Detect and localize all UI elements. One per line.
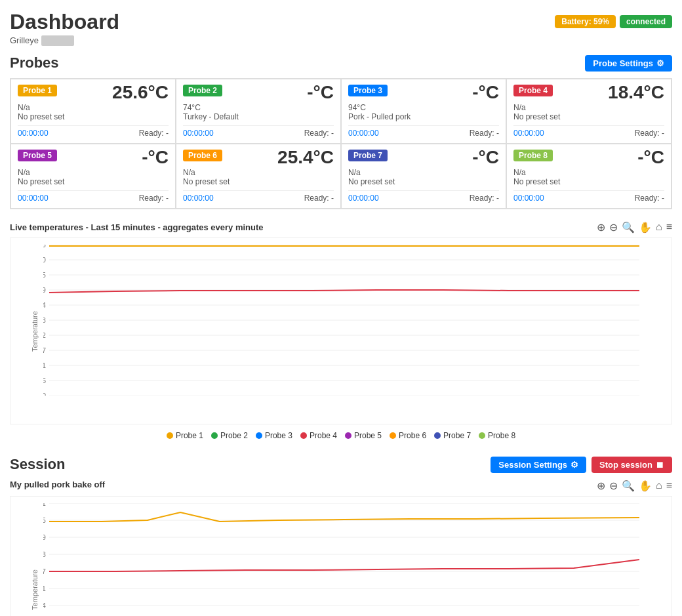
session-chart-title: My pulled pork bake off [10, 480, 105, 489]
probe-ready: Ready: - [139, 129, 169, 138]
probe-card-8[interactable]: Probe 8 -°C N/a No preset set 00:00:00 R… [506, 144, 672, 209]
svg-text:20.5: 20.5 [43, 271, 46, 279]
svg-text:5.1: 5.1 [43, 361, 46, 369]
probe-temp: -°C [142, 147, 169, 168]
probe-ready: Ready: - [470, 194, 499, 203]
home-icon[interactable]: ⌂ [656, 221, 662, 234]
live-chart-svg: 25.6 23.0 20.5 17.9 15.4 12.8 10.2 7.7 5… [43, 245, 645, 396]
probe-line1: 74°C [183, 103, 334, 112]
probe-temp: -°C [472, 147, 499, 168]
probe-card-4[interactable]: Probe 4 18.4°C N/a No preset set 00:00:0… [506, 79, 672, 144]
live-chart-controls[interactable]: ⊕ ⊖ 🔍 ✋ ⌂ ≡ [597, 221, 672, 234]
menu-icon[interactable]: ≡ [666, 221, 672, 234]
legend-item: Probe 2 [211, 431, 248, 440]
svg-text:25.6: 25.6 [43, 245, 46, 249]
home-icon[interactable]: ⌂ [656, 480, 662, 492]
probe-label: Probe 3 [348, 85, 388, 96]
session-chart-y-label: Temperature [31, 569, 39, 610]
probe-temp: -°C [472, 82, 499, 103]
probe-time: 00:00:00 [513, 194, 544, 203]
probe-card-5[interactable]: Probe 5 -°C N/a No preset set 00:00:00 R… [10, 144, 176, 209]
probes-grid: Probe 1 25.6°C N/a No preset set 00:00:0… [10, 78, 672, 209]
status-badges: Battery: 59% connected [555, 15, 672, 28]
svg-text:2.6: 2.6 [43, 377, 46, 384]
probe-label: Probe 7 [348, 150, 388, 161]
zoom-in-icon[interactable]: ⊕ [597, 480, 605, 492]
legend-label: Probe 6 [399, 431, 426, 440]
probe-time: 00:00:00 [348, 194, 379, 203]
connected-badge: connected [620, 15, 672, 28]
svg-text:18.3: 18.3 [43, 550, 46, 558]
legend-item: Probe 5 [345, 431, 382, 440]
probe-line1: N/a [18, 103, 169, 112]
pan-icon[interactable]: ✋ [639, 221, 652, 234]
legend-dot [256, 432, 262, 439]
probe-card-7[interactable]: Probe 7 -°C N/a No preset set 00:00:00 R… [341, 144, 506, 209]
probe-line2: No preset set [183, 177, 334, 186]
probe-ready: Ready: - [635, 194, 664, 203]
probe-line2: No preset set [513, 112, 664, 121]
magnify-icon[interactable]: 🔍 [622, 221, 635, 234]
live-chart-header: Live temperatures - Last 15 minutes - ag… [10, 221, 672, 234]
stop-session-button[interactable]: Stop session ⏹ [592, 457, 672, 473]
probe-settings-button[interactable]: Probe Settings ⚙ [585, 55, 672, 72]
svg-text:7.7: 7.7 [43, 346, 46, 354]
session-title: Session [10, 456, 65, 473]
probe-ready: Ready: - [304, 194, 334, 203]
probe-card-6[interactable]: Probe 6 25.4°C N/a No preset set 00:00:0… [176, 144, 341, 209]
live-chart-wrap: Temperature 25.6 23.0 20.5 17.9 15.4 12.… [10, 237, 672, 424]
svg-text:0.0: 0.0 [43, 392, 46, 396]
probe-card-3[interactable]: Probe 3 -°C 94°C Pork - Pulled pork 00:0… [341, 79, 506, 144]
legend-item: Probe 7 [434, 431, 471, 440]
session-chart-header: My pulled pork bake off ⊕ ⊖ 🔍 ✋ ⌂ ≡ [10, 480, 672, 492]
probe-line1: 94°C [348, 103, 499, 112]
probe-card-2[interactable]: Probe 2 -°C 74°C Turkey - Default 00:00:… [176, 79, 341, 144]
probe-temp: -°C [307, 82, 334, 103]
probe-temp: 25.6°C [112, 82, 169, 103]
legend-label: Probe 1 [176, 431, 203, 440]
probe-line2: No preset set [348, 177, 499, 186]
probe-line2: No preset set [513, 177, 664, 186]
gear-icon: ⚙ [656, 58, 664, 68]
probe-time: 00:00:00 [183, 129, 214, 138]
device-id: █████ [41, 35, 75, 46]
svg-text:15.4: 15.4 [43, 301, 46, 309]
probe-line2: No preset set [18, 112, 169, 121]
probes-section-header: Probes Probe Settings ⚙ [10, 54, 672, 72]
legend-label: Probe 5 [354, 431, 382, 440]
svg-text:13.1: 13.1 [43, 585, 46, 592]
probe-time: 00:00:00 [513, 129, 544, 138]
probe-ready: Ready: - [470, 129, 499, 138]
probe-time: 00:00:00 [18, 129, 49, 138]
gear-icon: ⚙ [571, 460, 578, 470]
legend-dot [345, 432, 351, 439]
legend-dot [479, 432, 485, 439]
probe-card-1[interactable]: Probe 1 25.6°C N/a No preset set 00:00:0… [10, 79, 176, 144]
probe-line1: N/a [513, 168, 664, 177]
zoom-in-icon[interactable]: ⊕ [597, 221, 605, 234]
probe-line2: Turkey - Default [183, 112, 334, 121]
session-chart-wrap: Temperature 26.1 23.5 20.9 18.3 15.7 13.… [10, 496, 672, 616]
menu-icon[interactable]: ≡ [666, 480, 672, 492]
session-chart-controls[interactable]: ⊕ ⊖ 🔍 ✋ ⌂ ≡ [597, 480, 672, 492]
magnify-icon[interactable]: 🔍 [622, 480, 635, 492]
svg-text:12.8: 12.8 [43, 316, 46, 324]
probe-ready: Ready: - [139, 194, 169, 203]
probe-line1: N/a [348, 168, 499, 177]
zoom-out-icon[interactable]: ⊖ [609, 480, 618, 492]
probe-label: Probe 4 [513, 85, 553, 96]
device-name: Grilleye █████ [10, 35, 119, 45]
probe-ready: Ready: - [304, 129, 334, 138]
legend-item: Probe 1 [167, 431, 203, 440]
probe-time: 00:00:00 [183, 194, 214, 203]
legend-label: Probe 8 [488, 431, 515, 440]
zoom-out-icon[interactable]: ⊖ [609, 221, 618, 234]
pan-icon[interactable]: ✋ [639, 480, 652, 492]
svg-text:15.7: 15.7 [43, 567, 46, 575]
legend-item: Probe 8 [479, 431, 515, 440]
legend-label: Probe 7 [443, 431, 471, 440]
probe-time: 00:00:00 [348, 129, 379, 138]
probe-temp: -°C [637, 147, 664, 168]
live-chart-title: Live temperatures - Last 15 minutes - ag… [10, 222, 264, 232]
session-settings-button[interactable]: Session Settings ⚙ [491, 457, 586, 473]
